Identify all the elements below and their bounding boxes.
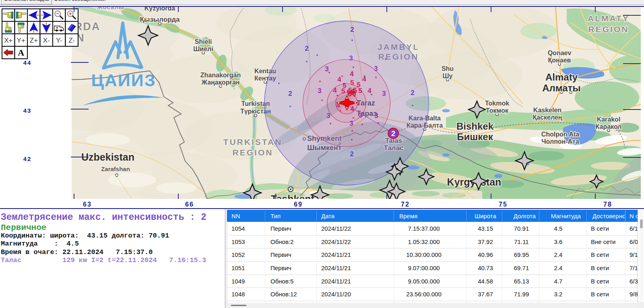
svg-text:Kyzylorda: Kyzylorda — [144, 7, 175, 12]
svg-text:Y+: Y+ — [17, 37, 25, 44]
svg-text:5: 5 — [341, 87, 345, 95]
svg-text:2: 2 — [350, 150, 353, 158]
svg-text:ЦАИИЗ: ЦАИИЗ — [91, 70, 156, 90]
svg-text:5: 5 — [353, 87, 357, 95]
svg-text:Almaty: Almaty — [545, 72, 578, 83]
svg-text:Чолпон-Ата: Чолпон-Ата — [541, 138, 579, 145]
svg-text:4: 4 — [362, 75, 366, 83]
svg-text:X+: X+ — [4, 37, 12, 44]
svg-text:Karakol: Karakol — [597, 116, 621, 123]
svg-text:A: A — [18, 48, 24, 58]
svg-text:3: 3 — [325, 65, 328, 73]
svg-text:3: 3 — [374, 112, 378, 120]
svg-text:3: 3 — [349, 54, 353, 62]
svg-text:Қаскелең: Қаскелең — [533, 114, 562, 121]
svg-text:Y-: Y- — [56, 37, 62, 44]
svg-text:X-: X- — [43, 37, 50, 44]
svg-text:4: 4 — [350, 105, 354, 113]
svg-text:Tashkent: Tashkent — [271, 193, 315, 199]
svg-text:Z+: Z+ — [30, 37, 38, 44]
svg-text:Қызылорда: Қызылорда — [140, 16, 180, 23]
svg-text:Токмок: Токмок — [486, 107, 509, 114]
svg-text:Бишкек: Бишкек — [457, 131, 493, 142]
svg-text:Шиелі: Шиелі — [193, 45, 213, 52]
svg-text:4: 4 — [350, 70, 354, 78]
svg-text:5: 5 — [358, 87, 362, 95]
svg-text:Cholpon Ata: Cholpon Ata — [541, 131, 580, 138]
svg-text:2: 2 — [350, 26, 354, 33]
svg-text:5: 5 — [348, 89, 352, 98]
svg-text:Kaskelen: Kaskelen — [533, 107, 561, 114]
svg-text:Tokmok: Tokmok — [485, 100, 509, 107]
svg-text:Қонаев: Қонаев — [548, 57, 571, 64]
svg-text:3: 3 — [374, 65, 378, 72]
svg-text:Жаңақорған: Жаңақорған — [201, 79, 240, 86]
svg-text:2: 2 — [391, 130, 395, 138]
svg-text:Жосалы: Жосалы — [97, 7, 124, 10]
svg-text:Qonaev: Qonaev — [548, 50, 572, 56]
svg-text:Алматы: Алматы — [542, 83, 581, 93]
svg-text:4: 4 — [337, 76, 341, 83]
svg-text:2: 2 — [411, 89, 414, 97]
svg-text:2: 2 — [305, 45, 308, 52]
svg-text:4: 4 — [367, 87, 372, 95]
svg-text:4: 4 — [333, 87, 337, 94]
svg-text:3: 3 — [318, 87, 321, 95]
svg-text:REGION: REGION — [588, 25, 629, 34]
svg-text:Shu: Shu — [442, 65, 454, 72]
svg-text:Шу: Шу — [443, 72, 453, 79]
svg-text:2: 2 — [288, 90, 292, 97]
svg-text:3: 3 — [349, 120, 353, 127]
svg-text:Bishkek: Bishkek — [456, 121, 494, 132]
svg-text:Zarafshan: Zarafshan — [101, 165, 130, 172]
svg-text:REGION: REGION — [233, 148, 273, 157]
svg-text:3: 3 — [382, 90, 386, 97]
svg-text:5: 5 — [350, 79, 354, 87]
svg-text:Uzbekistan: Uzbekistan — [81, 151, 134, 163]
svg-text:Z-: Z- — [68, 37, 75, 44]
svg-text:3: 3 — [326, 112, 330, 120]
svg-text:Каракол: Каракол — [596, 123, 622, 130]
svg-text:Zhanakorgan: Zhanakorgan — [200, 72, 241, 79]
svg-text:3: 3 — [359, 112, 362, 119]
svg-text:Shieli: Shieli — [195, 38, 212, 45]
